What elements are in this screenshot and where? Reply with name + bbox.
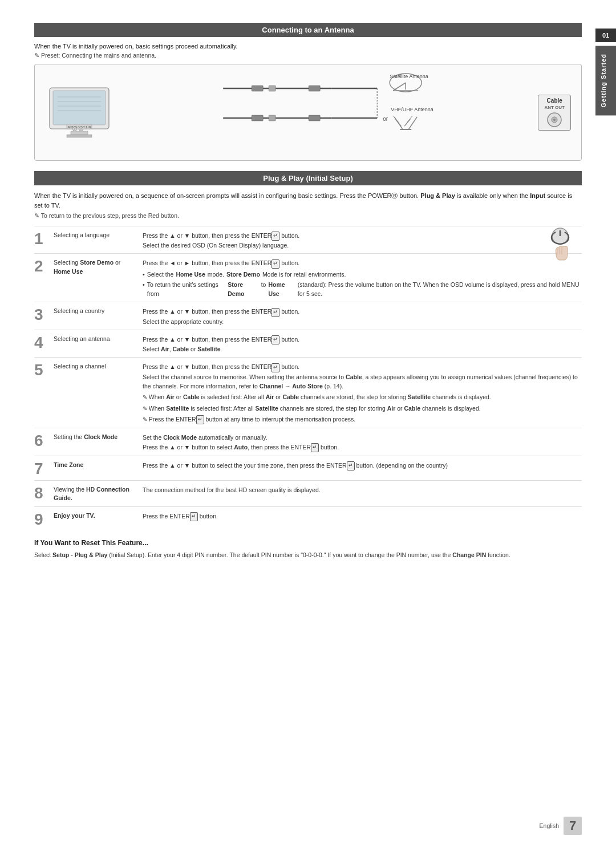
step-row-1: 1 Selecting a language Press the ▲ or ▼ …: [34, 226, 582, 253]
step-row-2: 2 Selecting Store Demo or Home Use Press…: [34, 253, 582, 302]
step-5-number: 5: [34, 361, 51, 378]
svg-rect-18: [309, 86, 320, 91]
antenna-note: Preset: Connecting the mains and antenna…: [34, 52, 582, 59]
chapter-number: 01: [595, 29, 616, 42]
svg-line-35: [393, 116, 399, 123]
step-9-content: Press the ENTER↵ button.: [143, 510, 582, 521]
svg-point-11: [74, 128, 76, 130]
svg-rect-23: [309, 115, 320, 121]
step-2-content: Press the ◄ or ► button, then press the …: [143, 257, 582, 298]
svg-rect-1: [67, 135, 92, 137]
svg-line-36: [407, 116, 412, 123]
power-hand-icon: [545, 226, 576, 267]
reset-title: If You Want to Reset This Feature...: [34, 539, 582, 547]
step-3-label: Selecting a country: [51, 306, 143, 316]
step-row-4: 4 Selecting an antenna Press the ▲ or ▼ …: [34, 330, 582, 357]
svg-text:VHF/UHF Antenna: VHF/UHF Antenna: [391, 107, 433, 112]
chapter-title: Getting Started: [595, 46, 616, 115]
step-5-label: Selecting a channel: [51, 361, 143, 371]
cable-box: Cable ANT OUT: [538, 95, 571, 131]
step-7-content: Press the ▲ or ▼ button to select the yo…: [143, 460, 582, 470]
cable-label: Cable: [547, 98, 562, 104]
step-5-content: Press the ▲ or ▼ button, then press the …: [143, 361, 582, 424]
step-3-content: Press the ▲ or ▼ button, then press the …: [143, 306, 582, 326]
section-antenna: Connecting to an Antenna When the TV is …: [34, 23, 582, 161]
antenna-diagram: ANT IN / ANT 1 IN or: [34, 64, 582, 161]
step-1-content: Press the ▲ or ▼ button, then press the …: [143, 230, 582, 250]
svg-point-41: [553, 119, 556, 121]
svg-text:or: or: [383, 116, 388, 122]
section-antenna-header: Connecting to an Antenna: [34, 23, 582, 37]
section-plug-play: Plug & Play (Initial Setup) When the TV …: [34, 171, 582, 531]
svg-line-33: [395, 119, 401, 126]
step-8-number: 8: [34, 484, 51, 501]
step-3-number: 3: [34, 306, 51, 323]
svg-rect-0: [71, 131, 88, 135]
svg-line-28: [393, 83, 406, 91]
step-2-label: Selecting Store Demo or Home Use: [51, 257, 143, 277]
step-7-label: Time Zone: [51, 460, 143, 470]
page-footer: English 7: [540, 817, 582, 835]
svg-rect-3: [53, 91, 106, 125]
svg-rect-17: [269, 86, 275, 91]
step-4-content: Press the ▲ or ▼ button, then press the …: [143, 334, 582, 354]
step-4-number: 4: [34, 334, 51, 351]
step-1-number: 1: [34, 230, 51, 247]
svg-rect-16: [252, 86, 263, 91]
step-8-content: The connection method for the best HD sc…: [143, 484, 582, 494]
footer-page-number: 7: [564, 817, 582, 835]
step-row-7: 7 Time Zone Press the ▲ or ▼ button to s…: [34, 456, 582, 480]
plug-play-header: Plug & Play (Initial Setup): [34, 171, 582, 185]
step-2-number: 2: [34, 257, 51, 274]
svg-rect-21: [252, 115, 263, 121]
step-row-9: 9 Enjoy your TV. Press the ENTER↵ button…: [34, 506, 582, 531]
footer-language: English: [540, 822, 559, 829]
svg-point-13: [80, 128, 82, 130]
step-row-3: 3 Selecting a country Press the ▲ or ▼ b…: [34, 302, 582, 329]
step-1-label: Selecting a language: [51, 230, 143, 240]
reset-section: If You Want to Reset This Feature... Sel…: [34, 539, 582, 560]
reset-text: Select Setup - Plug & Play (Initial Setu…: [34, 550, 582, 560]
step-6-number: 6: [34, 432, 51, 449]
step-8-label: Viewing the HD Connection Guide.: [51, 484, 143, 504]
plug-intro: When the TV is initially powered on, a s…: [34, 191, 582, 210]
antenna-intro: When the TV is initially powered on, bas…: [34, 43, 582, 50]
tv-svg: ANT IN / ANT 1 IN: [45, 81, 114, 144]
ant-out-label: ANT OUT: [544, 105, 565, 110]
svg-text:Satellite Antenna: Satellite Antenna: [390, 74, 428, 79]
connection-lines: or Satellite Antenna VHF/UHF Antenna: [117, 72, 534, 152]
step-7-number: 7: [34, 460, 51, 477]
step-9-number: 9: [34, 510, 51, 528]
step-9-label: Enjoy your TV.: [51, 510, 143, 521]
svg-line-34: [404, 119, 410, 126]
step-4-label: Selecting an antenna: [51, 334, 143, 344]
steps-wrapper: 1 Selecting a language Press the ▲ or ▼ …: [34, 226, 582, 531]
step-6-content: Set the Clock Mode automatically or manu…: [143, 432, 582, 452]
step-row-5: 5 Selecting a channel Press the ▲ or ▼ b…: [34, 357, 582, 428]
step-row-6: 6 Setting the Clock Mode Set the Clock M…: [34, 428, 582, 455]
step-row-8: 8 Viewing the HD Connection Guide. The c…: [34, 480, 582, 507]
plug-note: To return to the previous step, press th…: [34, 212, 582, 219]
svg-rect-22: [269, 115, 275, 121]
step-6-label: Setting the Clock Mode: [51, 432, 143, 442]
